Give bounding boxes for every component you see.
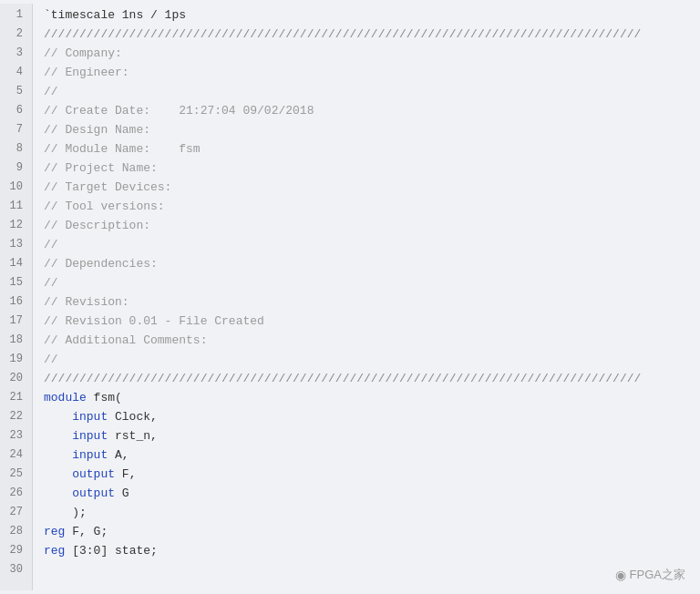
code-token: // — [44, 85, 58, 98]
code-token: rst_n, — [115, 429, 158, 443]
code-token: input — [44, 448, 115, 462]
line-number: 23 — [0, 426, 26, 446]
code-line: input A, — [44, 446, 700, 465]
line-number: 20 — [0, 369, 26, 388]
code-line: // Additional Comments: — [44, 331, 700, 350]
code-line: // Revision: — [44, 292, 700, 312]
code-line: // Tool versions: — [44, 197, 700, 216]
code-line: // Company: — [44, 44, 700, 63]
line-number: 3 — [0, 44, 26, 63]
line-number: 8 — [0, 139, 26, 159]
code-line: // Design Name: — [44, 120, 700, 139]
line-number: 28 — [0, 522, 26, 541]
code-token: reg — [44, 525, 72, 538]
line-numbers: 1234567891011121314151617181920212223242… — [0, 4, 33, 590]
code-line: output G — [44, 484, 700, 503]
code-token: // Company: — [44, 46, 122, 60]
line-number: 17 — [0, 312, 26, 331]
code-token: module — [44, 391, 94, 405]
line-number: 9 — [0, 159, 26, 178]
code-line: input Clock, — [44, 407, 700, 426]
line-number: 25 — [0, 465, 26, 484]
code-token: // Revision 0.01 - File Created — [44, 314, 264, 328]
code-token: G — [122, 486, 129, 500]
line-number: 21 — [0, 388, 26, 407]
code-line: ////////////////////////////////////////… — [44, 369, 700, 388]
code-line: // — [44, 82, 700, 101]
line-number: 30 — [0, 560, 26, 579]
code-line: reg [3:0] state; — [44, 541, 700, 560]
code-token: // Engineer: — [44, 66, 129, 79]
code-token: // Additional Comments: — [44, 333, 207, 347]
code-token: `timescale 1ns / 1ps — [44, 8, 186, 22]
line-number: 6 — [0, 101, 26, 120]
line-number: 7 — [0, 120, 26, 139]
code-token: input — [44, 429, 115, 443]
code-token: fsm — [94, 391, 115, 405]
code-token: F, — [122, 467, 137, 481]
code-token: state; — [115, 544, 158, 558]
code-line: `timescale 1ns / 1ps — [44, 5, 700, 25]
code-line: output F, — [44, 465, 700, 484]
line-number: 13 — [0, 235, 26, 254]
line-number: 11 — [0, 197, 26, 216]
code-line: ); — [44, 503, 700, 522]
code-line: // — [44, 273, 700, 292]
watermark-icon: ◉ — [615, 568, 626, 582]
code-line: // Revision 0.01 - File Created — [44, 312, 700, 331]
code-line: // — [44, 235, 700, 254]
code-token: // Target Devices: — [44, 180, 171, 194]
code-token: reg — [44, 544, 72, 558]
code-token: // Revision: — [44, 295, 129, 309]
line-number: 10 — [0, 178, 26, 197]
line-number: 26 — [0, 484, 26, 503]
line-number: 18 — [0, 331, 26, 350]
code-line: // Module Name: fsm — [44, 139, 700, 159]
code-token: ( — [115, 391, 122, 405]
code-token: // Description: — [44, 219, 150, 232]
line-number: 16 — [0, 292, 26, 312]
code-token: A, — [115, 448, 129, 462]
code-line: reg F, G; — [44, 522, 700, 541]
line-number: 19 — [0, 350, 26, 369]
line-number: 14 — [0, 254, 26, 273]
code-token: // Module Name: fsm — [44, 142, 201, 156]
code-line: // Dependencies: — [44, 254, 700, 273]
code-line: input rst_n, — [44, 426, 700, 446]
code-token: [3:0] — [72, 544, 115, 558]
code-line: // — [44, 350, 700, 369]
code-token: // Design Name: — [44, 123, 150, 137]
code-line: // Project Name: — [44, 159, 700, 178]
code-editor: 1234567891011121314151617181920212223242… — [0, 0, 700, 594]
code-line: module fsm( — [44, 388, 700, 407]
watermark: ◉ FPGA之家 — [615, 567, 685, 583]
code-line: ////////////////////////////////////////… — [44, 25, 700, 44]
code-token: // — [44, 276, 58, 290]
code-line: // Engineer: — [44, 63, 700, 82]
code-line: // Description: — [44, 216, 700, 235]
code-token: output — [44, 486, 122, 500]
line-number: 24 — [0, 446, 26, 465]
code-token: // Create Date: 21:27:04 09/02/2018 — [44, 104, 314, 118]
code-token: ////////////////////////////////////////… — [44, 27, 641, 41]
code-line: // Create Date: 21:27:04 09/02/2018 — [44, 101, 700, 120]
code-token: F, G; — [72, 525, 108, 538]
code-line: // Target Devices: — [44, 178, 700, 197]
line-number: 22 — [0, 407, 26, 426]
line-number: 12 — [0, 216, 26, 235]
watermark-text: FPGA之家 — [630, 567, 685, 583]
code-token: // Project Name: — [44, 161, 158, 175]
line-number: 4 — [0, 63, 26, 82]
code-token: // — [44, 238, 58, 251]
line-number: 5 — [0, 82, 26, 101]
line-number: 27 — [0, 503, 26, 522]
code-lines[interactable]: `timescale 1ns / 1ps////////////////////… — [33, 4, 700, 590]
code-token: Clock, — [115, 410, 158, 424]
code-token: // Tool versions: — [44, 200, 165, 213]
line-number: 15 — [0, 273, 26, 292]
line-number: 29 — [0, 541, 26, 560]
code-token: // Dependencies: — [44, 257, 158, 271]
code-token: output — [44, 467, 122, 481]
code-token: input — [44, 410, 115, 424]
code-token: ////////////////////////////////////////… — [44, 372, 641, 385]
